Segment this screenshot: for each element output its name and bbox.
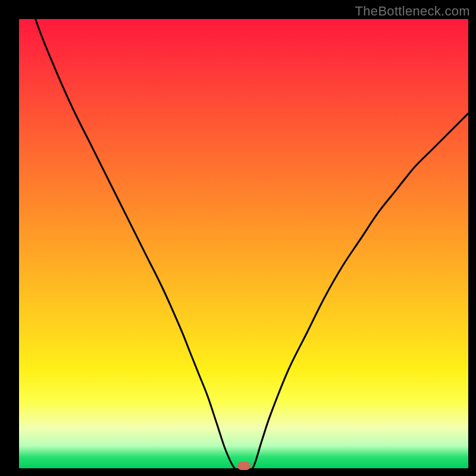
watermark-text: TheBottleneck.com <box>355 4 470 19</box>
bottleneck-curve <box>19 19 468 468</box>
chart-frame: TheBottleneck.com <box>0 0 476 476</box>
optimal-marker <box>237 462 250 470</box>
plot-area <box>19 19 468 468</box>
